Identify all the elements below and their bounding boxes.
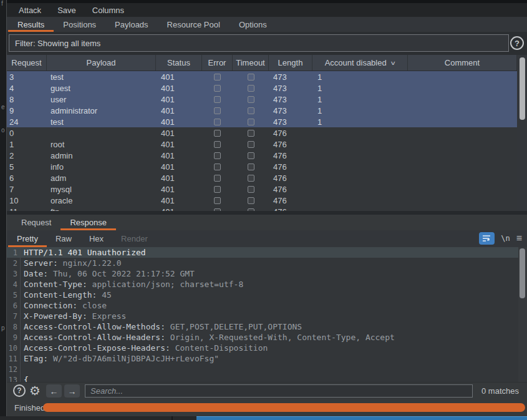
table-row[interactable]: 9 administrator 401 473 1 (7, 105, 517, 116)
table-row[interactable]: 8 user 401 473 1 (7, 94, 517, 105)
column-header[interactable]: Error ∨ (202, 55, 233, 71)
main-tab-bar: ResultsPositionsPayloadsResource PoolOpt… (7, 17, 527, 32)
error-checkbox[interactable] (214, 164, 221, 170)
cell-timeout (233, 152, 269, 159)
error-checkbox[interactable] (214, 186, 221, 193)
message-tab[interactable]: Response (60, 215, 116, 230)
word-wrap-icon[interactable] (479, 232, 495, 245)
view-tab[interactable]: Hex (80, 230, 112, 247)
table-row[interactable]: 1 root 401 476 (7, 139, 517, 150)
table-row[interactable]: 11 ftp 401 476 (7, 206, 517, 211)
timeout-checkbox[interactable] (248, 175, 254, 182)
chevron-down-icon[interactable]: ∨ (390, 60, 396, 66)
table-row[interactable]: 0 401 476 (7, 127, 517, 139)
cell-error (202, 141, 233, 148)
menu-item[interactable]: Columns (84, 3, 132, 17)
error-checkbox[interactable] (214, 141, 221, 148)
timeout-checkbox[interactable] (248, 96, 254, 103)
response-editor[interactable]: 1 HTTP/1.1 401 Unauthorized 2 Server: ng… (7, 247, 527, 382)
error-checkbox[interactable] (214, 96, 221, 103)
table-row[interactable]: 7 mysql 401 476 (7, 183, 517, 195)
table-scrollbar[interactable] (517, 55, 527, 211)
error-checkbox[interactable] (214, 107, 221, 114)
column-header-label: Status (167, 58, 190, 67)
table-row[interactable]: 10 oracle 401 476 (7, 195, 517, 206)
timeout-checkbox[interactable] (248, 107, 254, 114)
search-help-icon[interactable]: ? (13, 384, 26, 397)
cell-status: 401 (156, 162, 202, 172)
timeout-checkbox[interactable] (248, 119, 254, 125)
results-table-header: Request ∨ Payload ∨ Status ∨ Error ∨ (7, 55, 517, 71)
menu-item[interactable]: Save (49, 3, 84, 17)
column-header[interactable]: Account disabled ∨ (312, 55, 408, 71)
column-header[interactable]: Comment ∨ (408, 55, 517, 71)
cell-error (202, 96, 233, 103)
error-checkbox[interactable] (214, 175, 221, 182)
cell-error (202, 186, 233, 193)
view-tab[interactable]: Raw (47, 230, 80, 247)
editor-scrollbar[interactable] (518, 247, 527, 382)
column-header[interactable]: Status ∨ (156, 55, 202, 71)
table-row[interactable]: 2 admin 401 476 (7, 150, 517, 161)
column-header[interactable]: Request ∨ (7, 55, 47, 71)
cell-status: 401 (156, 84, 202, 93)
table-row[interactable]: 6 adm 401 476 (7, 172, 517, 183)
editor-line: 12 (7, 364, 527, 374)
error-checkbox[interactable] (214, 130, 221, 137)
cell-length: 473 (269, 84, 312, 93)
line-number: 8 (7, 321, 21, 332)
column-header[interactable]: Timeout ∨ (233, 55, 269, 71)
main-tab[interactable]: Payloads (105, 17, 157, 32)
main-tab[interactable]: Results (8, 17, 54, 32)
table-row[interactable]: 3 test 401 473 1 (7, 71, 517, 82)
column-header-label: Account disabled (325, 58, 387, 67)
main-tab[interactable]: Options (230, 17, 276, 32)
view-tab[interactable]: Render (112, 230, 157, 247)
error-checkbox[interactable] (214, 152, 221, 159)
timeout-checkbox[interactable] (248, 186, 254, 193)
timeout-checkbox[interactable] (248, 164, 254, 170)
column-header[interactable]: Payload ∨ (47, 55, 156, 71)
table-row[interactable]: 5 info 401 476 (7, 161, 517, 172)
search-input[interactable] (85, 384, 473, 398)
timeout-checkbox[interactable] (248, 141, 254, 148)
message-tab[interactable]: Request (12, 215, 60, 230)
error-checkbox[interactable] (214, 119, 221, 125)
editor-menu-icon[interactable]: ≡ (516, 233, 522, 243)
error-checkbox[interactable] (214, 85, 221, 92)
editor-line: 11 ETag: W/"2d-db7A6milNjDBPAJcJH+rLevoF… (7, 353, 527, 364)
timeout-checkbox[interactable] (248, 74, 254, 81)
newline-toggle-icon[interactable]: \n (501, 234, 510, 243)
search-next-button[interactable]: → (64, 384, 80, 398)
timeout-checkbox[interactable] (248, 130, 254, 137)
cell-timeout (233, 197, 269, 204)
main-tab[interactable]: Resource Pool (158, 17, 230, 32)
cell-payload: mysql (47, 185, 156, 194)
table-scrollbar-thumb[interactable] (520, 57, 525, 120)
editor-line: 7 X-Powered-By: Express (7, 311, 527, 321)
error-checkbox[interactable] (214, 197, 221, 204)
filter-help-icon[interactable]: ? (510, 36, 524, 50)
cell-status: 401 (156, 185, 202, 194)
column-header[interactable]: Length ∨ (269, 55, 312, 71)
timeout-checkbox[interactable] (248, 197, 254, 204)
column-header-label: Timeout (236, 58, 264, 67)
filter-bar[interactable]: Filter: Showing all items (9, 34, 509, 52)
error-checkbox[interactable] (214, 74, 221, 81)
attack-status-label: Finished (14, 403, 45, 413)
table-row[interactable]: 4 guest 401 473 1 (7, 82, 517, 94)
filter-text: Filter: Showing all items (15, 39, 100, 48)
search-previous-button[interactable]: ← (46, 384, 62, 398)
main-tab[interactable]: Positions (54, 17, 105, 32)
cell-payload: user (47, 95, 156, 104)
line-number: 2 (7, 258, 21, 268)
search-settings-gear-icon[interactable]: ⚙ (29, 383, 41, 398)
editor-scrollbar-thumb[interactable] (520, 248, 525, 298)
timeout-checkbox[interactable] (248, 152, 254, 159)
editor-toolbar: \n ≡ (479, 232, 522, 245)
view-tab[interactable]: Pretty (8, 230, 47, 247)
line-number: 13 (7, 374, 21, 382)
table-row[interactable]: 24 test 401 473 1 (7, 116, 517, 127)
timeout-checkbox[interactable] (248, 85, 254, 92)
menu-item[interactable]: Attack (11, 3, 49, 17)
